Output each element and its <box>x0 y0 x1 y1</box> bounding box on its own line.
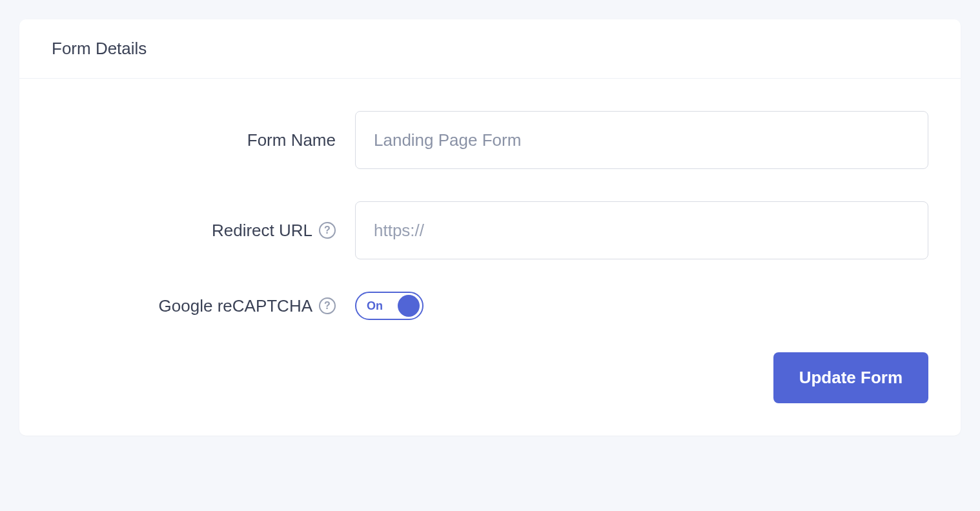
card-body: Form Name Redirect URL ? Google reCAPTCH… <box>19 79 961 352</box>
form-row-name: Form Name <box>52 111 928 169</box>
redirect-url-label-text: Redirect URL <box>212 221 312 241</box>
toggle-state-label: On <box>367 299 383 313</box>
toggle-wrap: On <box>355 292 928 320</box>
help-icon[interactable]: ? <box>319 297 336 314</box>
recaptcha-label: Google reCAPTCHA ? <box>52 296 355 316</box>
form-name-label-text: Form Name <box>247 130 336 150</box>
form-name-label: Form Name <box>52 130 355 150</box>
redirect-url-input[interactable] <box>355 201 928 259</box>
card-title: Form Details <box>52 39 928 59</box>
form-details-card: Form Details Form Name Redirect URL ? Go… <box>19 19 961 436</box>
form-name-input[interactable] <box>355 111 928 169</box>
toggle-knob <box>398 295 420 317</box>
card-footer: Update Form <box>19 352 961 436</box>
redirect-url-label: Redirect URL ? <box>52 221 355 241</box>
update-form-button[interactable]: Update Form <box>773 352 928 403</box>
recaptcha-toggle[interactable]: On <box>355 292 424 320</box>
form-row-redirect: Redirect URL ? <box>52 201 928 259</box>
help-icon[interactable]: ? <box>319 222 336 239</box>
recaptcha-label-text: Google reCAPTCHA <box>159 296 312 316</box>
form-row-recaptcha: Google reCAPTCHA ? On <box>52 292 928 320</box>
card-header: Form Details <box>19 19 961 79</box>
